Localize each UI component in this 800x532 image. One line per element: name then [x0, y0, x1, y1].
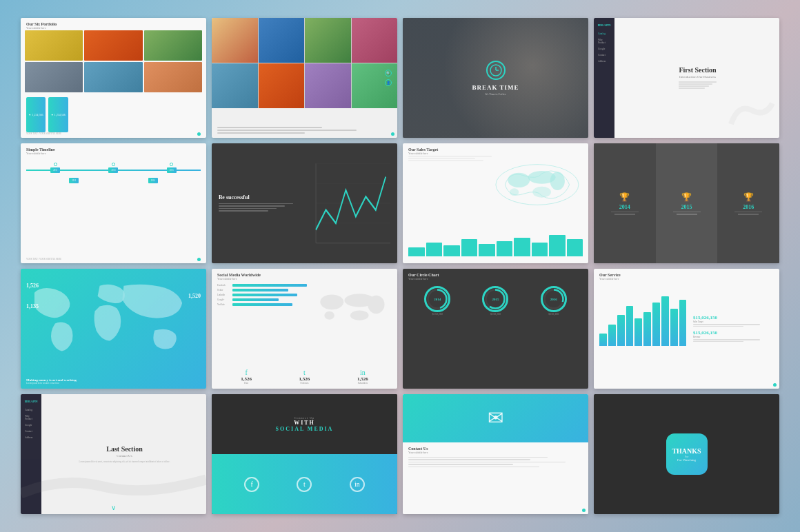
world-stat-3: 1,520: [188, 293, 201, 299]
twitter-icon: t: [297, 477, 312, 492]
contact-subtitle: Your subtitle here: [408, 451, 583, 454]
slide-years: 🏆 2014 🏆 2015 🏆 2016: [594, 143, 779, 263]
trophy-icon-2014: 🏆: [619, 192, 630, 203]
collage-cell-4: [352, 18, 398, 63]
social-icons-row: f t in: [212, 454, 397, 514]
social-bars: Facebook Twitter LinkedIn Google+ YouTub…: [217, 284, 310, 308]
collage-cell-5: [212, 63, 258, 108]
year-2014: 🏆 2014: [594, 143, 656, 263]
svg-point-17: [368, 296, 384, 314]
slide-service: Our Service Your subtitle here $15,026,1…: [594, 269, 779, 389]
svg-point-18: [350, 310, 369, 320]
last-nav-2: Why Product: [23, 414, 39, 421]
nav-item-3: Google: [597, 47, 612, 51]
slide-social-media: Social Media Worldwide Your subtitle her…: [212, 269, 397, 389]
circle-2014: 2014 $150,260: [424, 286, 450, 316]
collage-cell-1: [212, 18, 258, 63]
world-bottom-text: Making money is art and working Lorem ip…: [26, 378, 201, 385]
year-2015: 🏆 2015: [656, 143, 718, 263]
social-stats-row: f 1,526 Fans t 1,526 Followers in 1,526 …: [217, 369, 392, 385]
first-section-title: First Section: [679, 66, 716, 74]
circle-2016: 2016 $150,260: [541, 286, 567, 316]
circles-container: 2014 $150,260 2015 $150,260: [403, 286, 588, 316]
service-bars: [599, 284, 687, 346]
last-section-desc: Lorem ipsum dolor sit amet, consectetur …: [79, 460, 170, 463]
sales-bar-chart: [408, 225, 583, 256]
timeline-footer: YOUR TEXT / YOUR SUBTITLE HERE: [26, 258, 201, 261]
timeline-dot: [197, 258, 201, 261]
slide-break-time: BREAK TIME It's Time to Coffee: [403, 18, 588, 138]
social-media-label: SOCIAL MEDIA: [276, 426, 334, 432]
slide-portfolio[interactable]: Our Six Portfolio Your subtitle here ♥ 1…: [21, 18, 206, 138]
circle-subtitle: Your subtitle here: [408, 277, 428, 280]
slide-1-subtitle: Your subtitle here: [26, 26, 46, 30]
world-stat-1: 1,526: [26, 283, 39, 289]
slide-thanks: THANKS For For Watching: [594, 394, 779, 514]
year-label-2014: 2014: [619, 204, 630, 210]
social-map: [311, 281, 394, 336]
slide-1-footer: YOUR TEXT / YOUR SUBTITLE HERE: [26, 132, 201, 136]
sidebar: IDEAPN Catalog Why Product Google Contac…: [594, 18, 614, 138]
timeline-subtitle: Your subtitle here: [26, 152, 46, 155]
service-stat-2: $15,026,150 Revenue: [693, 330, 777, 342]
slide-timeline: Simple Timeline Your subtitle here 2011 …: [21, 143, 206, 263]
world-map-bg: [21, 269, 206, 389]
svg-point-9: [496, 165, 579, 205]
thanks-card: THANKS For For Watching: [666, 433, 708, 475]
slide-circle-chart: Our Circle Chart Your subtitle here 2014…: [403, 269, 588, 389]
first-section-intro: Introduction Our Business: [679, 75, 716, 79]
trophy-icon-2016: 🏆: [743, 192, 754, 203]
thanks-watching: For Watching: [677, 458, 696, 462]
thanks-title: THANKS: [672, 447, 701, 455]
linkedin-icon: in: [350, 477, 365, 492]
timeline-nodes-bottom: 2012 2014: [21, 178, 206, 183]
service-stats: $15,026,150 Sales Target $15,026,150 Rev…: [693, 276, 777, 382]
break-time-sub: It's Time to Coffee: [486, 92, 506, 96]
collage-cell-7: [305, 63, 351, 108]
twitter-stat: t 1,526 Followers: [299, 369, 310, 385]
slide-first-section: IDEAPN Catalog Why Product Google Contac…: [594, 18, 779, 138]
collage-cell-3: [305, 18, 351, 63]
last-sidebar-logo: IDEAPN: [23, 400, 39, 403]
envelope-icon: ✉: [488, 407, 503, 429]
svg-point-13: [532, 187, 551, 198]
stat-2: ♥ 1,234,566: [48, 97, 68, 132]
svg-point-14: [510, 188, 519, 196]
social-subtitle: Your subtitle here: [217, 277, 237, 280]
years-content: 🏆 2014 🏆 2015 🏆 2016: [594, 143, 779, 263]
slide-social-connect: Connect Up WITH SOCIAL MEDIA f t in: [212, 394, 397, 514]
sales-subtitle: Your subtitle here: [408, 152, 428, 155]
line-chart: [308, 150, 391, 256]
slide-contact: ✉ Contact Us Your subtitle here: [403, 394, 588, 514]
linkedin-stat: in 1,526 Subscribers: [357, 369, 368, 385]
timeline-nodes-top: 2011 2013 2015: [21, 163, 206, 173]
portfolio-cell-6: [144, 62, 202, 92]
portfolio-grid: [25, 30, 202, 92]
nav-item-5: Address: [597, 59, 612, 63]
collage-cell-2: [259, 18, 305, 63]
user-icon: 👤: [385, 79, 392, 86]
collage-icons: 🔍 👤: [385, 70, 392, 86]
service-dot: [773, 383, 777, 387]
portfolio-cell-3: [144, 30, 202, 61]
collage-text: [217, 127, 392, 135]
collage-cell-6: [259, 63, 305, 108]
last-nav-5: Address: [23, 436, 39, 440]
be-successful-title: Be successful: [219, 194, 302, 201]
circle-2015: 2015 $150,260: [482, 286, 508, 316]
last-nav-1: Catalog: [23, 408, 39, 412]
svg-point-12: [550, 172, 565, 190]
clock-icon: [486, 61, 506, 80]
collage-grid: [212, 18, 397, 108]
sidebar-logo: IDEAPN: [597, 23, 612, 27]
service-stat-1: $15,026,150 Sales Target: [693, 315, 777, 327]
trophy-icon-2015: 🏆: [681, 192, 692, 203]
contact-bottom: Contact Us Your subtitle here: [403, 442, 588, 514]
year-2016: 🏆 2016: [717, 143, 779, 263]
contact-dot: [582, 509, 586, 512]
last-nav-4: Contact: [23, 429, 39, 433]
contact-top: ✉: [403, 394, 588, 442]
slide-2-dot: [391, 132, 394, 136]
portfolio-cell-1: [25, 30, 83, 61]
svg-point-10: [508, 173, 530, 187]
